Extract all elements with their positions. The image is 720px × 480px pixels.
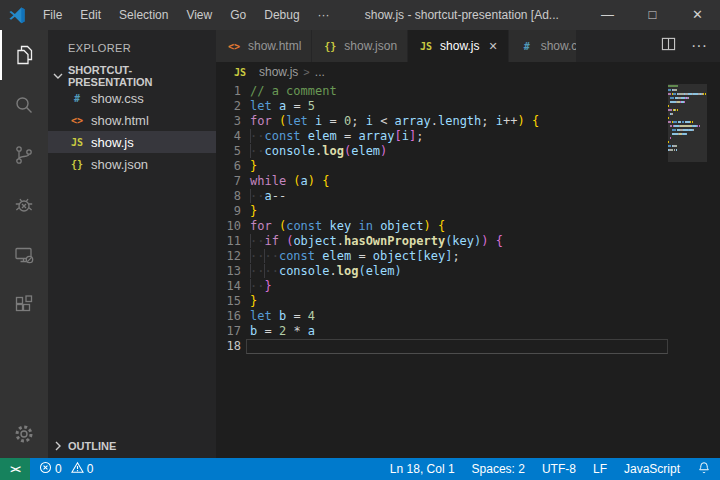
line-number: 3: [216, 114, 241, 129]
tab-show.json[interactable]: {}show.json: [312, 30, 408, 62]
line-number: 17: [216, 324, 241, 339]
menu-edit[interactable]: Edit: [71, 0, 110, 30]
code-token: ;: [416, 129, 423, 143]
code-line-3[interactable]: 3for (let i = 0; i < array.length; i++) …: [216, 114, 720, 129]
file-item-show.js[interactable]: JSshow.js: [48, 131, 216, 153]
menu-selection[interactable]: Selection: [110, 0, 177, 30]
activity-explorer[interactable]: [0, 30, 48, 80]
status-cursor-position[interactable]: Ln 18, Col 1: [390, 462, 455, 476]
chevron-down-icon: [50, 71, 66, 81]
status-eol[interactable]: LF: [593, 462, 607, 476]
code-line-18[interactable]: 18: [216, 339, 720, 354]
code-line-5[interactable]: 5··console.log(elem): [216, 144, 720, 159]
folder-section-header[interactable]: SHORTCUT-PRESENTATION: [48, 65, 216, 87]
code-token: ··: [250, 279, 264, 293]
code-token: ;: [452, 249, 459, 263]
code-line-12[interactable]: 12····const elem = object[key];: [216, 249, 720, 264]
window-controls: — □ ✕: [585, 0, 720, 30]
code-line-14[interactable]: 14··}: [216, 279, 720, 294]
code-token: let: [250, 309, 272, 323]
maximize-button[interactable]: □: [630, 0, 675, 30]
remote-explorer-icon: [12, 243, 36, 267]
code-token: console: [279, 264, 330, 278]
code-token: [: [395, 129, 402, 143]
code-token: elem: [366, 264, 395, 278]
activity-remote-explorer[interactable]: [0, 230, 48, 280]
status-indentation[interactable]: Spaces: 2: [472, 462, 525, 476]
minimize-button[interactable]: —: [585, 0, 630, 30]
tab-show.css[interactable]: #show.css: [509, 30, 577, 62]
code-token: =: [322, 114, 344, 128]
close-button[interactable]: ✕: [675, 0, 720, 30]
activity-search[interactable]: [0, 80, 48, 130]
code-line-8[interactable]: 8··a--: [216, 189, 720, 204]
outline-section-header[interactable]: OUTLINE: [48, 435, 216, 457]
remote-indicator[interactable]: ><: [0, 458, 30, 480]
code-line-13[interactable]: 13····console.log(elem): [216, 264, 720, 279]
tab-close-icon[interactable]: ✕: [488, 40, 497, 53]
folder-name: SHORTCUT-PRESENTATION: [68, 64, 216, 88]
menu-file[interactable]: File: [34, 0, 71, 30]
code-token: length: [438, 114, 481, 128]
status-encoding[interactable]: UTF-8: [542, 462, 576, 476]
activity-extensions[interactable]: [0, 280, 48, 330]
code-line-2[interactable]: 2let a = 5: [216, 99, 720, 114]
code-token: ): [423, 219, 430, 233]
menu-[interactable]: ···: [309, 0, 339, 30]
breadcrumb-more[interactable]: ...: [315, 65, 325, 79]
activity-settings[interactable]: [0, 422, 48, 446]
activity-debug[interactable]: [0, 180, 48, 230]
code-editor[interactable]: 1// a comment2let a = 53for (let i = 0; …: [216, 82, 720, 458]
code-line-4[interactable]: 4··const elem = array[i];: [216, 129, 720, 144]
code-token: ··: [264, 249, 278, 263]
menu-view[interactable]: View: [177, 0, 221, 30]
code-token: hasOwnProperty: [344, 234, 445, 248]
code-token: {: [322, 174, 329, 188]
code-line-10[interactable]: 10for (const key in object) {: [216, 219, 720, 234]
code-line-7[interactable]: 7while (a) {: [216, 174, 720, 189]
code-token: =: [351, 249, 373, 263]
code-line-1[interactable]: 1// a comment: [216, 84, 720, 99]
code-token: 5: [308, 99, 315, 113]
file-item-show.html[interactable]: <>show.html: [48, 109, 216, 131]
code-token: ;: [351, 114, 365, 128]
code-token: i: [496, 114, 503, 128]
code-token: ): [380, 144, 387, 158]
notifications-bell-icon[interactable]: [697, 461, 711, 478]
line-number: 14: [216, 279, 241, 294]
code-token: }: [250, 294, 257, 308]
activity-source-control[interactable]: [0, 130, 48, 180]
code-line-9[interactable]: 9}: [216, 204, 720, 219]
code-line-17[interactable]: 17b = 2 * a: [216, 324, 720, 339]
source-control-icon: [12, 143, 36, 167]
status-language-mode[interactable]: JavaScript: [624, 462, 680, 476]
menu-debug[interactable]: Debug: [255, 0, 308, 30]
js-file-icon: JS: [232, 67, 248, 78]
line-number: 13: [216, 264, 241, 279]
file-item-show.css[interactable]: #show.css: [48, 87, 216, 109]
file-list: #show.css<>show.htmlJSshow.js{}show.json: [48, 87, 216, 175]
menu-go[interactable]: Go: [221, 0, 255, 30]
breadcrumb-file[interactable]: show.js: [259, 65, 298, 79]
code-token: =: [337, 129, 359, 143]
code-token: while: [250, 174, 286, 188]
code-token: array: [358, 129, 394, 143]
file-item-show.json[interactable]: {}show.json: [48, 153, 216, 175]
problems-status[interactable]: 0 0: [30, 461, 99, 477]
code-token: [308, 114, 315, 128]
code-line-16[interactable]: 16let b = 4: [216, 309, 720, 324]
code-token: const: [286, 219, 322, 233]
split-editor-icon[interactable]: [661, 37, 676, 55]
tab-show.html[interactable]: <>show.html: [216, 30, 312, 62]
tab-show.js[interactable]: JSshow.js✕: [408, 30, 509, 62]
code-token: [525, 114, 532, 128]
sidebar-title: EXPLORER: [48, 30, 216, 65]
title-bar: FileEditSelectionViewGoDebug··· show.js …: [0, 0, 720, 30]
code-line-11[interactable]: 11··if (object.hasOwnProperty(key)) {: [216, 234, 720, 249]
more-actions-icon[interactable]: ···: [691, 37, 707, 55]
code-token: [272, 99, 279, 113]
code-line-6[interactable]: 6}: [216, 159, 720, 174]
line-number: 5: [216, 144, 241, 159]
breadcrumb[interactable]: JS show.js > ...: [216, 62, 720, 82]
code-line-15[interactable]: 15}: [216, 294, 720, 309]
